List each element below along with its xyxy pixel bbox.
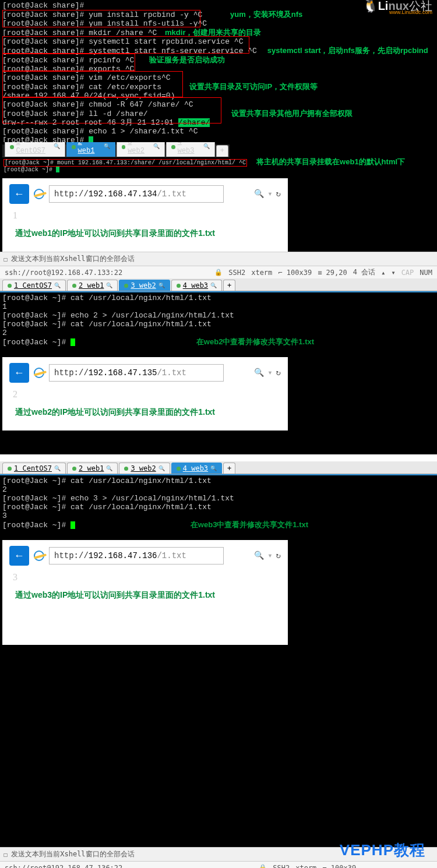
term-line: [root@Jack ~]# 在web2中查看并修改共享文件1.txt (2, 337, 435, 347)
refresh-icon[interactable]: ↻ (276, 369, 281, 377)
tab-web1[interactable]: 2 web1🔍 (67, 280, 118, 291)
term-line: [root@Jack ~]# 在web3中查看并修改共享文件1.txt (2, 520, 435, 530)
tab-new[interactable]: + (223, 463, 235, 474)
term-line: [root@Jack ~]# echo 2 > /usr/local/nginx… (2, 311, 435, 320)
search-icon: 🔍 (106, 283, 112, 288)
search-icon: 🔍 (54, 283, 61, 288)
back-button[interactable]: ← (9, 363, 29, 383)
terminal-main[interactable]: 🐧Linux公社 www.Linuxidc.com [root@Jack sha… (0, 0, 437, 142)
tab-web3[interactable]: 4 web3🔍 (171, 280, 222, 291)
term-line: [root@Jack ~]# cat /usr/local/nginx/html… (2, 503, 435, 511)
search-icon: 🔍 (210, 465, 217, 471)
term-line: [root@Jack share]# systemctl start nfs-s… (2, 46, 435, 55)
annotation-verify: 验证服务是否启动成功 (149, 55, 225, 64)
note-web1: 通过web1的IP地址可以访问到共享目录里面的文件1.txt (6, 224, 284, 248)
refresh-icon[interactable]: ↻ (276, 190, 281, 199)
term-line: 2 (2, 329, 435, 337)
tab-centos7[interactable]: 1 CentOS7🔍 (5, 142, 65, 157)
search-icon[interactable]: 🔍 (254, 190, 264, 199)
terminal-web1[interactable]: [root@Jack ~]# mount 192.168.47.133:/sha… (2, 157, 435, 175)
mount-command: [root@Jack ~]# mount 192.168.47.133:/sha… (3, 159, 247, 167)
annotation-chmod: 设置共享目录其他用户拥有全部权限 (231, 109, 353, 118)
term-line: [root@Jack share]# rpcinfo ^C 验证服务是否启动成功 (2, 55, 435, 65)
term-size: 100x39 (331, 864, 356, 869)
protocol: SSH2 (273, 864, 290, 869)
back-button[interactable]: ← (9, 184, 29, 204)
search-icon: 🔍 (158, 465, 165, 471)
back-button[interactable]: ← (9, 546, 29, 566)
term-type: xterm (295, 864, 316, 869)
annotation-mount: 将主机的共享目录挂载在web1的默认html下 (256, 157, 405, 166)
tab-centos7[interactable]: 1 CentOS7🔍 (2, 280, 66, 291)
address-bar[interactable]: http://192.168.47.136/1.txt (49, 547, 224, 564)
browser-web2: ← http://192.168.47.135/1.txt 🔍▾ ↻ 2 通过w… (2, 357, 288, 431)
terminal-web3[interactable]: [root@Jack ~]# cat /usr/local/nginx/html… (0, 474, 437, 847)
ssh-host: ssh://root@192.168.47.133:22 (5, 269, 122, 277)
tab-web2[interactable]: 3 web2🔍 (119, 463, 170, 474)
send-bar-133[interactable]: ☐ 发送文本到当前Xshell窗口的全部会话 (0, 252, 437, 266)
linux-logo: 🐧Linux公社 www.Linuxidc.com (362, 1, 432, 17)
vephp-watermark: VEPHP教程 (340, 840, 425, 860)
term-line: [root@Jack share]# cat /etc/exports 设置共享… (2, 82, 435, 91)
tab-web2[interactable]: 3 web2🔍 (119, 280, 170, 291)
cursor-icon (56, 167, 59, 172)
term-line: [root@Jack share]# exports ^C (2, 65, 435, 73)
lock-icon: 🔒 (259, 864, 267, 868)
caps-indicator: CAP (401, 269, 414, 277)
lock-icon: 🔒 (214, 269, 223, 276)
tab-web1[interactable]: 2 web1🔍 (66, 142, 115, 157)
arrow-left-icon: ← (16, 552, 23, 560)
cursor-icon (71, 338, 75, 346)
arrow-left-icon: ← (16, 190, 23, 199)
annotation-web3: 在web3中查看并修改共享文件1.txt (191, 520, 308, 529)
ssh-host: ssh://root@192.168.47.136:22 (5, 864, 122, 869)
annotation-systemctl: systemctl start，启动nfs服务，先启动rpcbind (267, 46, 428, 55)
cursor-icon (89, 136, 93, 142)
arrow-left-icon: ← (16, 369, 23, 377)
search-icon: 🔍 (210, 283, 217, 288)
refresh-icon[interactable]: ↻ (276, 552, 281, 560)
page-content: 2 (6, 385, 284, 403)
address-bar[interactable]: http://192.168.47.134/1.txt (49, 185, 224, 203)
tab-centos7[interactable]: 1 CentOS7🔍 (2, 463, 66, 474)
term-line: [root@Jack share]# yum install nfs-utils… (2, 19, 435, 28)
status-bar-136: ssh://root@192.168.47.136:22 🔒 SSH2 xter… (0, 861, 437, 868)
note-web2: 通过web2的IP地址可以访问到共享目录里面的文件1.txt (6, 403, 284, 427)
term-line: [root@Jack ~]# cat /usr/local/nginx/html… (2, 477, 435, 485)
tabs-web2: 1 CentOS7🔍 2 web1🔍 3 web2🔍 4 web3🔍 + (0, 278, 437, 291)
search-icon: 🔍 (106, 465, 112, 471)
annotation-exports: 设置共享目录及可访问IP，文件权限等 (189, 82, 318, 91)
chevron-down-icon[interactable]: ▾ (391, 269, 395, 277)
term-line: 3 (2, 511, 435, 520)
share-dir-highlight: /share/ (178, 118, 210, 127)
browser-web3: ← http://192.168.47.136/1.txt 🔍▾ ↻ 3 通过w… (2, 540, 288, 645)
tab-web3[interactable]: 4 web3🔍 (166, 142, 215, 157)
cursor-icon (71, 521, 75, 529)
search-icon[interactable]: 🔍 (254, 552, 264, 560)
term-line: 1 (2, 302, 435, 311)
ie-icon (34, 551, 44, 561)
cursor-pos: 29,20 (326, 269, 347, 277)
box-icon: ☐ (3, 851, 8, 859)
tab-web3[interactable]: 4 web3🔍 (171, 463, 222, 474)
term-line: [root@Jack share]# chmod -R 647 /share/ … (2, 100, 435, 109)
tux-icon: 🐧 (362, 0, 378, 13)
address-bar[interactable]: http://192.168.47.135/1.txt (49, 364, 224, 382)
tabs-web3: 1 CentOS7🔍 2 web1🔍 3 web2🔍 4 web3🔍 + (0, 461, 437, 474)
term-line: [root@Jack share]# vim /etc/exports^C (2, 73, 435, 82)
annotation-yum: yum，安装环境及nfs (230, 10, 302, 19)
term-line: [root@Jack share]# ll -d /share/ 设置共享目录其… (2, 109, 435, 118)
num-indicator: NUM (420, 269, 432, 277)
chevron-up-icon[interactable]: ▴ (381, 269, 385, 277)
search-icon[interactable]: 🔍 (254, 369, 264, 377)
tab-web2[interactable]: 3 web2🔍 (117, 142, 165, 157)
term-line: [root@Jack ~]# cat /usr/local/nginx/html… (2, 320, 435, 329)
annotation-web2: 在web2中查看并修改共享文件1.txt (196, 337, 314, 346)
tab-web1[interactable]: 2 web1🔍 (67, 463, 118, 474)
annotation-mkdir: mkdir，创建用来共享的目录 (165, 28, 261, 37)
note-web3: 通过web3的IP地址可以访问到共享目录里面的文件1.txt (6, 586, 284, 610)
terminal-web2[interactable]: [root@Jack ~]# cat /usr/local/nginx/html… (0, 291, 437, 454)
tab-new[interactable]: + (223, 280, 235, 291)
tab-new[interactable]: + (216, 145, 228, 157)
search-icon: 🔍 (54, 465, 61, 471)
